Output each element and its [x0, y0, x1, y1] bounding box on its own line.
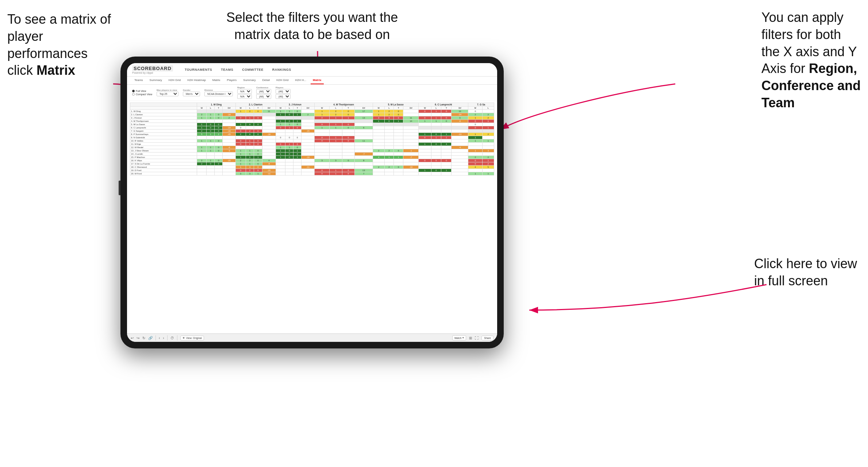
tab-matrix-players[interactable]: Matrix — [210, 77, 223, 84]
cell-dif — [354, 113, 373, 116]
player-name-cell: 17. S De La Fuente — [130, 162, 197, 166]
refresh-icon[interactable]: ↻ — [142, 336, 145, 340]
cell-w: 4 — [468, 166, 483, 169]
cell-l — [384, 126, 394, 130]
tab-summary2[interactable]: Summary — [241, 77, 258, 84]
cell-l — [384, 162, 394, 166]
cell-t: 1 — [441, 169, 452, 172]
cell-dif — [403, 139, 419, 143]
col-header-1: 1. W Ding — [197, 103, 235, 107]
view-original-btn[interactable]: 👁 View: Original — [180, 336, 204, 340]
cell-t — [254, 136, 262, 139]
cell-l: 1 — [246, 149, 254, 153]
fullscreen-icon[interactable]: ⛶ — [475, 336, 479, 340]
matrix-cell-diagonal — [207, 110, 215, 113]
nav-back-icon[interactable]: ‹ — [159, 336, 160, 340]
tab-h2h-heatmap[interactable]: H2H Heatmap — [185, 77, 208, 84]
cell-w: 5 — [197, 133, 207, 136]
matrix-cell-diagonal — [373, 123, 384, 126]
cell-dif — [262, 139, 276, 143]
filter-region: Region N/A N/A — [237, 86, 252, 99]
view-full-option[interactable]: Full View — [132, 90, 152, 92]
tab-h2h-grid2[interactable]: H2H Grid — [274, 77, 291, 84]
select-region-y[interactable]: N/A — [237, 94, 252, 99]
logo-area: SCOREBOARD Powered by clippd — [132, 65, 173, 74]
player-name-cell: 4. M Thorbjornsen — [130, 120, 197, 123]
cell-w: 1 — [468, 139, 483, 143]
nav-committee[interactable]: COMMITTEE — [241, 66, 264, 73]
cell-dif — [302, 149, 315, 153]
cell-dif: -15 — [302, 130, 315, 133]
redo-icon[interactable]: ↪ — [137, 336, 139, 340]
cell-w: 1 — [235, 153, 246, 156]
cell-dif: 6 — [354, 126, 373, 130]
cell-w — [197, 136, 207, 139]
cell-w: 1 — [197, 149, 207, 153]
select-conf-x[interactable]: (All) — [256, 89, 271, 94]
table-row: 1. W Ding1201111012017120010130 — [130, 110, 494, 113]
select-region-x[interactable]: N/A — [237, 89, 252, 94]
cell-t: 0 — [342, 110, 354, 113]
cell-l: 1 — [330, 126, 342, 130]
col-header-2: 2. L Clanton — [235, 103, 276, 107]
tab-h2h-h[interactable]: H2H H... — [293, 77, 308, 84]
cell-w — [419, 146, 431, 149]
cell-dif: 13 — [354, 169, 373, 172]
matrix-cell-diagonal — [354, 120, 373, 123]
tab-matrix[interactable]: Matrix — [311, 77, 324, 84]
undo-icon[interactable]: ↩ — [131, 336, 134, 340]
cell-dif — [262, 149, 276, 153]
nav-forward-icon[interactable]: › — [163, 336, 164, 340]
cell-w — [235, 120, 246, 123]
matrix-cell-diagonal — [223, 110, 236, 113]
cell-t — [342, 166, 354, 169]
select-conf-y[interactable]: (All) — [256, 94, 271, 99]
cell-w: 0 — [419, 159, 431, 162]
screen-icon[interactable]: ⊞ — [469, 336, 472, 340]
clock-icon[interactable]: ⏱ — [170, 336, 174, 340]
watch-btn[interactable]: Watch ▾ — [452, 335, 466, 340]
cell-t: 0 — [342, 136, 354, 139]
cell-t: 0 — [215, 116, 223, 120]
cell-dif — [262, 153, 276, 156]
cell-l — [207, 169, 215, 172]
cell-dif — [354, 146, 373, 149]
nav-teams[interactable]: TEAMS — [220, 66, 234, 73]
matrix-area[interactable]: 1. W Ding 2. L Clanton 3. J Koivun 4. M … — [127, 101, 497, 333]
cell-l — [330, 133, 342, 136]
share-btn[interactable]: Share — [481, 336, 493, 340]
cell-w — [419, 162, 431, 166]
tab-detail[interactable]: Detail — [260, 77, 272, 84]
nav-rankings[interactable]: RANKINGS — [272, 66, 292, 73]
cell-dif — [223, 156, 236, 159]
view-compact-option[interactable]: Compact View — [132, 93, 152, 96]
cell-t: 0 — [254, 110, 262, 113]
select-players-y[interactable]: (All) — [276, 94, 291, 99]
select-max-players[interactable]: Top 25 — [157, 92, 178, 96]
tab-players[interactable]: Players — [225, 77, 239, 84]
cell-dif — [452, 136, 468, 139]
tablet-screen: SCOREBOARD Powered by clippd TOURNAMENTS… — [127, 63, 497, 342]
logo-sub: Powered by clippd — [132, 72, 173, 74]
table-row: 20. M Ford331-11010711 — [130, 172, 494, 175]
cell-w: 1 — [419, 133, 431, 136]
cell-l — [330, 149, 342, 153]
cell-l: 2 — [482, 116, 494, 120]
nav-tournaments[interactable]: TOURNAMENTS — [184, 66, 213, 73]
cell-l — [285, 139, 293, 143]
cell-l: 1 — [431, 110, 441, 113]
tab-summary[interactable]: Summary — [147, 77, 164, 84]
cell-l — [431, 113, 441, 116]
select-gender[interactable]: Men's — [183, 92, 200, 96]
select-division[interactable]: NCAA Division I — [204, 92, 233, 96]
tab-teams[interactable]: Teams — [132, 77, 145, 84]
cell-t — [394, 126, 403, 130]
player-name-cell: 16. K Vilips — [130, 159, 197, 162]
cell-l — [431, 139, 441, 143]
cell-w — [373, 133, 384, 136]
link-icon[interactable]: 🔗 — [148, 336, 153, 340]
tab-h2h-grid[interactable]: H2H Grid — [166, 77, 183, 84]
select-players-x[interactable]: (All) — [276, 89, 291, 94]
cell-w: 2 — [197, 159, 207, 162]
cell-dif — [403, 136, 419, 139]
